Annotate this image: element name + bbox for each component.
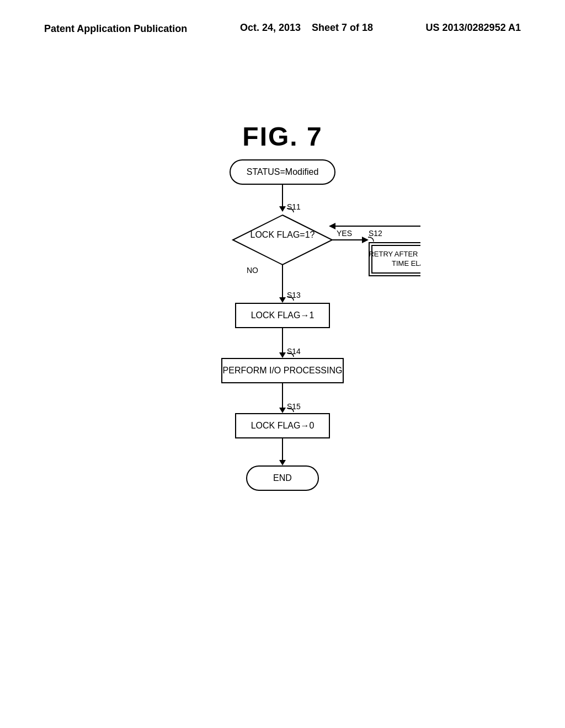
flowchart-diagram: STATUS=Modified S11 LOCK FLAG=1? YES S12… <box>145 154 420 576</box>
publication-title: Patent Application Publication <box>44 22 187 36</box>
svg-marker-3 <box>279 206 286 212</box>
svg-text:NO: NO <box>247 266 258 275</box>
publication-date-sheet: Oct. 24, 2013 Sheet 7 of 18 <box>240 22 373 34</box>
svg-text:LOCK FLAG=1?: LOCK FLAG=1? <box>250 230 315 239</box>
svg-text:S14: S14 <box>287 347 301 356</box>
svg-marker-16 <box>329 223 335 229</box>
svg-text:S15: S15 <box>287 402 301 411</box>
svg-marker-19 <box>279 297 286 303</box>
svg-marker-29 <box>279 408 286 413</box>
publication-number: US 2013/0282952 A1 <box>426 22 521 34</box>
svg-marker-24 <box>279 352 286 358</box>
svg-text:YES: YES <box>337 229 352 238</box>
svg-text:LOCK FLAG→1: LOCK FLAG→1 <box>251 311 315 320</box>
svg-text:PERFORM I/O PROCESSING: PERFORM I/O PROCESSING <box>223 366 343 375</box>
svg-text:RETRY AFTER PRESCRIBED: RETRY AFTER PRESCRIBED <box>369 250 420 258</box>
svg-text:TIME ELAPSES: TIME ELAPSES <box>392 259 420 267</box>
s11-label: S11 <box>287 202 301 211</box>
svg-text:STATUS=Modified: STATUS=Modified <box>247 167 319 176</box>
svg-text:END: END <box>273 473 292 483</box>
svg-text:S13: S13 <box>287 291 301 299</box>
svg-marker-4 <box>233 215 332 265</box>
svg-marker-34 <box>279 460 286 465</box>
figure-title: FIG. 7 <box>0 121 565 152</box>
svg-text:LOCK FLAG→0: LOCK FLAG→0 <box>251 421 315 430</box>
flowchart-svg: STATUS=Modified S11 LOCK FLAG=1? YES S12… <box>145 154 420 574</box>
page-header: Patent Application Publication Oct. 24, … <box>0 22 565 36</box>
svg-marker-7 <box>362 237 369 243</box>
svg-text:S12: S12 <box>369 229 382 238</box>
